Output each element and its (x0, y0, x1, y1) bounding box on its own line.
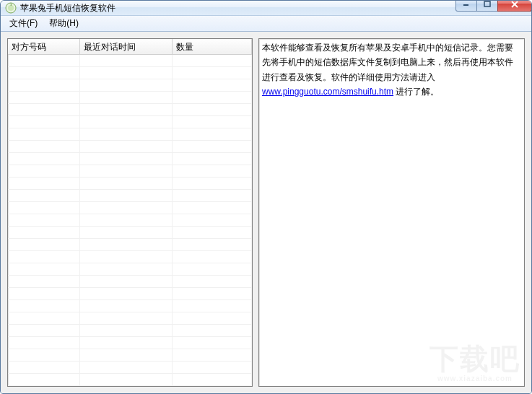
client-area: 对方号码 最近对话时间 数量 本软件能够查看及恢复所有苹果及安卓手机中的短信记录… (1, 32, 531, 393)
cell-time (80, 92, 173, 103)
column-header-time[interactable]: 最近对话时间 (80, 39, 173, 54)
cell-number (8, 325, 80, 336)
cell-count (173, 337, 252, 349)
table-row[interactable] (8, 202, 252, 214)
cell-number (8, 337, 80, 349)
cell-time (80, 190, 173, 201)
table-row[interactable] (8, 288, 252, 300)
cell-count (173, 276, 252, 287)
table-row[interactable] (8, 214, 252, 227)
table-row[interactable] (8, 337, 252, 349)
table-row[interactable] (8, 312, 252, 325)
cell-number (8, 288, 80, 299)
table-row[interactable] (8, 67, 252, 79)
cell-number (8, 202, 80, 214)
cell-number (8, 165, 80, 177)
cell-count (173, 67, 252, 79)
cell-time (80, 251, 173, 263)
table-row[interactable] (8, 276, 252, 288)
table-row[interactable] (8, 153, 252, 165)
cell-time (80, 276, 173, 287)
cell-count (173, 104, 252, 115)
cell-number (8, 190, 80, 201)
cell-count (173, 116, 252, 128)
column-header-count[interactable]: 数量 (173, 39, 252, 54)
cell-number (8, 214, 80, 226)
cell-count (173, 312, 252, 324)
cell-time (80, 79, 173, 91)
cell-count (173, 153, 252, 165)
table-row[interactable] (8, 141, 252, 153)
table-row[interactable] (8, 251, 252, 263)
table-row[interactable] (8, 116, 252, 128)
cell-number (8, 104, 80, 115)
table-row[interactable] (8, 239, 252, 251)
app-icon (5, 2, 17, 14)
table-row[interactable] (8, 55, 252, 67)
cell-number (8, 300, 80, 312)
table-row[interactable] (8, 79, 252, 92)
cell-time (80, 55, 173, 66)
cell-count (173, 251, 252, 263)
table-body[interactable] (8, 55, 252, 386)
cell-time (80, 153, 173, 165)
cell-number (8, 79, 80, 91)
cell-count (173, 362, 252, 373)
table-row[interactable] (8, 362, 252, 374)
cell-count (173, 128, 252, 140)
cell-count (173, 263, 252, 275)
table-row[interactable] (8, 104, 252, 116)
cell-time (80, 263, 173, 275)
cell-number (8, 141, 80, 152)
table-row[interactable] (8, 263, 252, 276)
cell-time (80, 141, 173, 152)
table-row[interactable] (8, 92, 252, 104)
table-row[interactable] (8, 325, 252, 337)
minimize-button[interactable] (455, 0, 477, 12)
close-button[interactable] (497, 0, 532, 12)
table-row[interactable] (8, 300, 252, 312)
cell-count (173, 190, 252, 201)
help-link[interactable]: www.pingguotu.com/smshuifu.htm (262, 87, 393, 97)
cell-number (8, 374, 80, 385)
table-row[interactable] (8, 227, 252, 239)
cell-time (80, 104, 173, 115)
cell-number (8, 263, 80, 275)
cell-time (80, 202, 173, 214)
window-title: 苹果兔手机短信恢复软件 (20, 2, 456, 14)
table-row[interactable] (8, 165, 252, 178)
table-row[interactable] (8, 178, 252, 190)
menu-help[interactable]: 帮助(H) (43, 16, 84, 31)
table-row[interactable] (8, 349, 252, 362)
cell-count (173, 349, 252, 361)
cell-time (80, 349, 173, 361)
cell-time (80, 362, 173, 373)
cell-count (173, 374, 252, 385)
cell-time (80, 128, 173, 140)
cell-time (80, 178, 173, 189)
maximize-button[interactable] (476, 0, 498, 12)
titlebar[interactable]: 苹果兔手机短信恢复软件 (1, 1, 531, 16)
cell-number (8, 92, 80, 103)
cell-count (173, 202, 252, 214)
table-row[interactable] (8, 374, 252, 386)
cell-time (80, 239, 173, 250)
cell-time (80, 300, 173, 312)
column-header-number[interactable]: 对方号码 (8, 39, 80, 54)
sms-table-panel: 对方号码 最近对话时间 数量 (7, 38, 253, 387)
cell-number (8, 312, 80, 324)
cell-time (80, 165, 173, 177)
cell-time (80, 337, 173, 349)
table-row[interactable] (8, 190, 252, 202)
info-panel: 本软件能够查看及恢复所有苹果及安卓手机中的短信记录。您需要先将手机中的短信数据库… (258, 38, 525, 387)
cell-count (173, 325, 252, 336)
cell-number (8, 276, 80, 287)
cell-number (8, 116, 80, 128)
cell-count (173, 239, 252, 250)
table-row[interactable] (8, 128, 252, 141)
cell-count (173, 141, 252, 152)
cell-count (173, 288, 252, 299)
table-header: 对方号码 最近对话时间 数量 (8, 39, 252, 55)
menu-file[interactable]: 文件(F) (4, 16, 43, 31)
cell-number (8, 178, 80, 189)
